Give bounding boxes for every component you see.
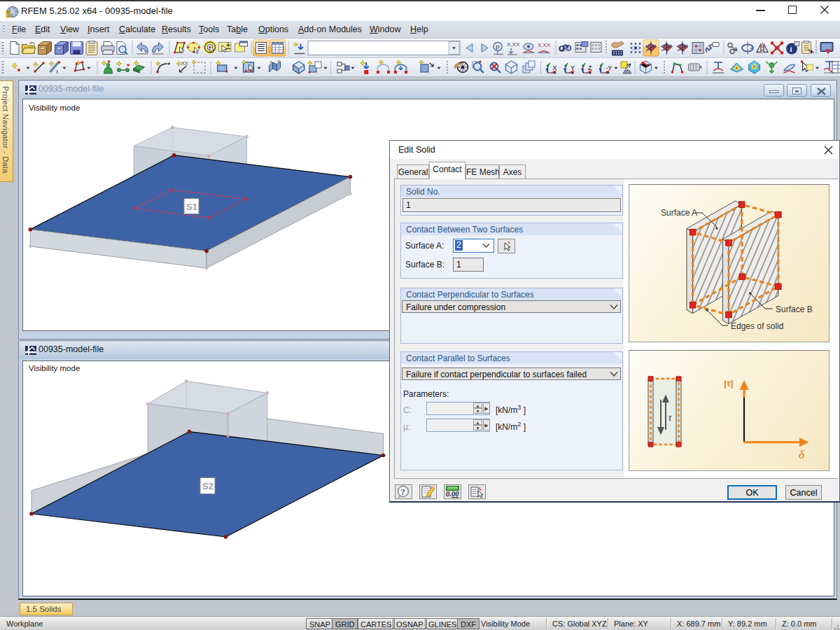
svg-text:?: ?	[401, 487, 405, 497]
svg-text:X.XX: X.XX	[538, 42, 551, 48]
svg-text:0.00: 0.00	[446, 490, 459, 498]
svg-text:XX: XX	[181, 60, 189, 66]
svg-text:-Y: -Y	[606, 64, 612, 71]
svg-text:P: P	[496, 44, 500, 51]
svg-text:Z: Z	[588, 64, 592, 71]
svg-text:δ: δ	[799, 448, 805, 461]
svg-text:Visibility mode: Visibility mode	[29, 364, 80, 372]
svg-text:S2: S2	[202, 481, 214, 491]
svg-text:S1: S1	[186, 202, 197, 212]
svg-text:i: i	[790, 45, 792, 53]
svg-text:I: I	[57, 69, 58, 75]
svg-text:Surface A: Surface A	[661, 208, 697, 218]
svg-text:Edges of solid: Edges of solid	[731, 321, 783, 331]
svg-text:5: 5	[6, 8, 11, 20]
svg-text:Surface B: Surface B	[776, 304, 813, 314]
svg-text:X.XX: X.XX	[507, 41, 520, 48]
svg-text:X: X	[553, 64, 557, 71]
svg-text:|τ|: |τ|	[724, 378, 734, 388]
svg-text:Visibility mode: Visibility mode	[29, 104, 80, 112]
svg-text:Y: Y	[570, 64, 575, 71]
